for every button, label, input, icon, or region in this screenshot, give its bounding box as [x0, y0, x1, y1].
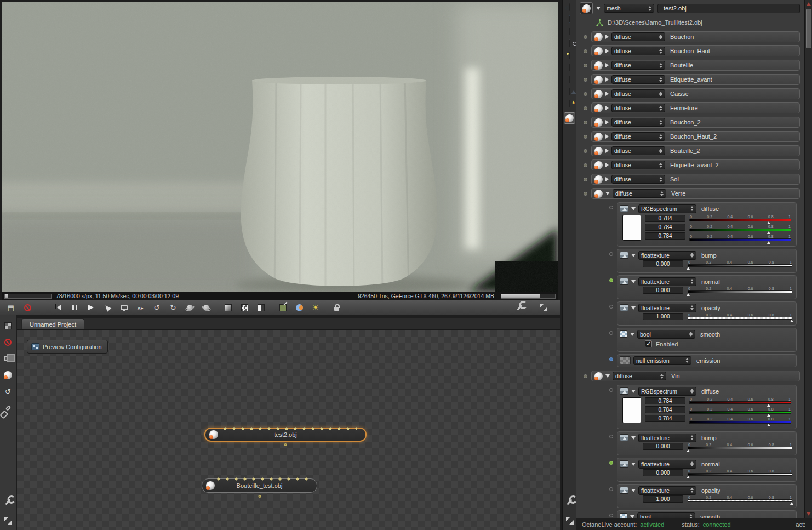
node-pin[interactable] [584, 178, 587, 181]
param-pin[interactable] [609, 305, 613, 309]
slider-marker[interactable] [687, 449, 690, 452]
viewport-settings-button[interactable] [513, 301, 526, 314]
slider-marker[interactable] [790, 502, 793, 505]
slider-marker[interactable] [687, 293, 690, 296]
slider-float[interactable]: 00.20.40.60.81 [688, 313, 792, 322]
expand-toggle[interactable] [605, 49, 609, 53]
slider-marker[interactable] [687, 267, 690, 270]
slider-marker[interactable] [767, 231, 770, 234]
param-pin[interactable] [609, 514, 613, 517]
graph-export-button[interactable] [3, 321, 14, 330]
input-pins[interactable] [221, 426, 357, 431]
node-name-field[interactable]: test2.obj [657, 4, 800, 13]
value-field[interactable]: 1.000 [643, 495, 683, 503]
expand-toggle[interactable] [605, 120, 609, 124]
material-type-dropdown[interactable]: diffuse [611, 47, 665, 55]
scroll-down-icon[interactable] [807, 512, 811, 516]
graph-delete-button[interactable] [3, 337, 14, 347]
material-type-dropdown[interactable]: diffuse [611, 132, 665, 141]
node-pin[interactable] [584, 374, 587, 378]
scroll-up-icon[interactable] [807, 2, 811, 6]
param-type-dropdown[interactable]: floattexture [638, 460, 696, 469]
daylight-button[interactable]: ☀ [309, 301, 322, 314]
mesh-node-bouteille-test[interactable]: Bouteille_test.obj [202, 478, 317, 493]
material-type-dropdown[interactable]: diffuse [611, 146, 665, 155]
expand-toggle[interactable] [605, 134, 609, 139]
collapse-toggle[interactable] [631, 254, 636, 257]
collapse-toggle[interactable] [630, 333, 634, 336]
expand-toggle[interactable] [605, 149, 609, 153]
slider-red[interactable]: 00.20.40.60.81 [689, 215, 791, 224]
value-field[interactable]: 0.000 [643, 287, 683, 294]
value-field-r[interactable]: 0.784 [645, 215, 685, 222]
inspector-settings-button[interactable] [564, 497, 575, 507]
value-field[interactable]: 0.000 [643, 260, 683, 267]
scrollbar-thumb[interactable] [806, 9, 811, 48]
inspector-scrollbar[interactable] [804, 0, 812, 518]
expand-toggle[interactable] [605, 92, 609, 96]
material-type-dropdown[interactable]: diffuse [613, 372, 666, 380]
split-view-button[interactable] [254, 301, 267, 314]
param-type-dropdown[interactable]: bool [637, 330, 695, 339]
slider-marker[interactable] [767, 221, 770, 224]
collapse-toggle[interactable] [631, 306, 636, 310]
viewport-display-button[interactable] [117, 301, 130, 314]
render-target-button[interactable] [569, 4, 570, 10]
graph-fullscreen-button[interactable] [3, 516, 14, 526]
value-field-g[interactable]: 0.784 [645, 224, 685, 231]
collapse-toggle[interactable] [631, 489, 636, 492]
collapse-toggle[interactable] [631, 280, 636, 283]
material-type-dropdown[interactable]: diffuse [611, 118, 665, 127]
node-pin[interactable] [584, 163, 587, 167]
value-field-b[interactable]: 0.784 [645, 232, 685, 240]
node-type-dropdown[interactable]: mesh [604, 4, 654, 13]
param-type-dropdown[interactable]: floattexture [638, 486, 696, 495]
pan-camera-button[interactable] [199, 301, 213, 314]
save-render-button[interactable]: ▤ [4, 301, 18, 314]
expand-toggle[interactable] [605, 63, 609, 67]
collapse-toggle[interactable] [631, 207, 636, 210]
param-type-dropdown[interactable]: floattexture [638, 434, 696, 442]
stop-render-button[interactable] [21, 301, 34, 314]
slider-float[interactable]: 00.20.40.60.81 [688, 260, 792, 269]
node-pin[interactable] [584, 106, 587, 110]
preview-configuration-node[interactable]: Preview Configuration [27, 340, 108, 354]
node-pin[interactable] [584, 135, 587, 139]
node-type-button[interactable] [580, 2, 593, 14]
mesh-file-path-row[interactable]: D:\3D\Scenes\Jarno_Trulli\test2.obj [596, 18, 799, 27]
collapse-toggle[interactable] [631, 463, 636, 466]
save-presets-button[interactable] [569, 76, 570, 83]
lock-resolution-button[interactable] [330, 301, 343, 314]
slider-marker[interactable] [790, 320, 793, 322]
network-render-button[interactable] [293, 301, 306, 314]
camera-button[interactable] [569, 40, 570, 47]
value-field[interactable]: 0.000 [643, 469, 683, 476]
viewport-fullscreen-button[interactable] [537, 301, 550, 314]
node-pin[interactable] [584, 192, 587, 196]
refresh-button[interactable]: ↺ [150, 301, 163, 314]
material-type-dropdown[interactable]: diffuse [611, 104, 665, 112]
param-pin[interactable] [609, 206, 613, 209]
param-pin[interactable] [609, 487, 613, 491]
param-type-dropdown[interactable]: floattexture [638, 304, 696, 312]
param-pin[interactable] [609, 252, 613, 256]
material-type-dropdown[interactable]: diffuse [613, 189, 666, 198]
param-pin[interactable] [609, 461, 613, 465]
graph-copy-button[interactable] [3, 354, 14, 363]
material-type-dropdown[interactable]: diffuse [611, 89, 665, 98]
collapse-all-toggle[interactable] [596, 7, 601, 10]
value-field[interactable]: 0.000 [643, 443, 683, 450]
param-type-dropdown[interactable]: RGBspectrum [638, 204, 696, 213]
value-field-r[interactable]: 0.784 [645, 397, 685, 404]
slider-marker[interactable] [767, 414, 770, 417]
param-pin[interactable] [609, 388, 613, 392]
value-field[interactable]: 1.000 [643, 313, 683, 320]
slider-float[interactable]: 00.20.40.60.81 [688, 443, 792, 452]
slider-float[interactable]: 00.20.40.60.81 [688, 495, 792, 504]
mesh-node-test2[interactable]: test2.obj [204, 428, 367, 442]
param-pin[interactable] [609, 435, 613, 438]
collapse-toggle[interactable] [605, 374, 610, 378]
graph-reload-button[interactable]: ↺ [3, 386, 14, 396]
orbit-camera-button[interactable] [183, 301, 196, 314]
param-pin[interactable] [609, 357, 613, 361]
